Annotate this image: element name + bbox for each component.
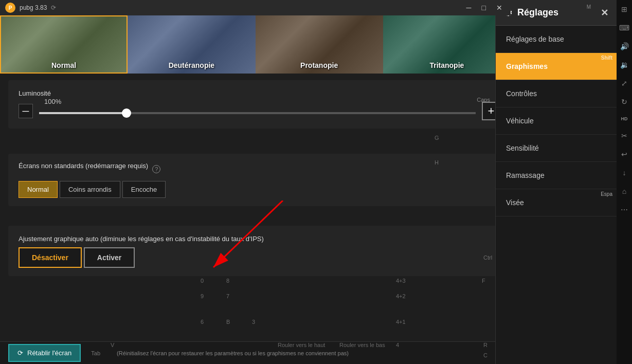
sidebar-item-controles-label: Contrôles (506, 89, 537, 98)
filter-tritanopie-label: Tritanopie (383, 61, 511, 69)
r-key: R (483, 342, 487, 348)
sidebar-item-vehicule[interactable]: Véhicule (496, 107, 617, 135)
activer-btn[interactable]: Activer (84, 247, 135, 268)
sidebar-item-visee[interactable]: Espa Visée (496, 189, 617, 216)
f-key: F (482, 278, 485, 284)
sidebar-item-reglages-base[interactable]: Réglages de base (496, 26, 617, 53)
help-icon[interactable]: ? (152, 165, 160, 173)
auto-adjust-buttons: Désactiver Activer (19, 247, 500, 268)
sidebar-item-controles[interactable]: Contrôles (496, 80, 617, 107)
eight-key: 8 (226, 278, 229, 284)
edge-icon-expand[interactable]: ⤢ (621, 79, 627, 87)
zero-key: 0 (201, 278, 204, 284)
screen-encoche-btn[interactable]: Encoche (122, 181, 166, 198)
brightness-fill (39, 112, 127, 114)
sidebar-item-ramassage[interactable]: Ramassage (496, 162, 617, 189)
sidebar-header: ⚙ Réglages M ✕ (496, 0, 617, 26)
sidebar-item-vehicule-label: Véhicule (506, 117, 534, 125)
minimize-btn[interactable]: ─ (463, 3, 475, 13)
h-key-label: H (435, 159, 439, 166)
sidebar-item-reglages-base-label: Réglages de base (506, 35, 564, 43)
graphismes-shortcut: Shift (601, 55, 612, 61)
edge-icon-more[interactable]: ⋯ (621, 206, 628, 214)
seven-key: 7 (226, 293, 229, 299)
bottom-bar: ⟳ Rétablir l'écran Tab (Réinitialisez l'… (0, 341, 511, 364)
reset-screen-btn[interactable]: ⟳ Rétablir l'écran (8, 344, 81, 362)
filter-tritanopie[interactable]: Tritanopie (383, 15, 511, 74)
edge-icon-undo[interactable]: ↩ (621, 150, 627, 158)
filter-deuteranopie-label: Deutéranopie (128, 61, 255, 69)
auto-adjust-title: Ajustement graphique auto (diminue les r… (19, 235, 264, 243)
v-key: V (111, 342, 114, 348)
four-plus-2-key: 4+2 (396, 293, 406, 299)
tab-key-label: Tab (91, 350, 100, 356)
four-key: 4 (396, 342, 399, 348)
m-shortcut: M (587, 4, 591, 10)
edge-icon-keyboard[interactable]: ⌨ (619, 24, 629, 32)
non-standard-title: Écrans non standards (redémarrage requis… (19, 162, 148, 170)
filter-protanopie-label: Protanopie (256, 61, 383, 69)
edge-icon-download[interactable]: ↓ (623, 169, 626, 177)
sidebar-item-sensibilite-label: Sensibilité (506, 144, 539, 152)
edge-icon-volume2[interactable]: 🔉 (620, 61, 629, 69)
edge-icon-scissors[interactable]: ✂ (621, 132, 627, 140)
brightness-value: 100% (44, 98, 61, 105)
nine-key: 9 (201, 293, 204, 299)
screen-normal-btn[interactable]: Normal (19, 181, 58, 198)
rouler-haut-label: Rouler vers le haut (278, 342, 325, 348)
brightness-thumb[interactable] (122, 108, 131, 118)
four-plus-3-key: 4+3 (396, 278, 406, 284)
filter-normal-bg (0, 15, 128, 74)
sidebar-item-graphismes-label: Graphismes (506, 62, 548, 70)
close-sidebar-btn[interactable]: ✕ (601, 7, 608, 19)
sidebar-title-text: Réglages (517, 7, 558, 18)
b-key: B (226, 319, 230, 325)
color-filters-row: Normal Deutéranopie Protanopie Tritanopi… (0, 15, 511, 74)
edge-icon-rotate[interactable]: ↻ (621, 98, 627, 106)
filter-normal[interactable]: Normal (0, 15, 128, 74)
sidebar-item-sensibilite[interactable]: Sensibilité (496, 135, 617, 162)
edge-icon-hd[interactable]: HD (621, 116, 628, 121)
brightness-minus-btn[interactable]: ─ (19, 104, 33, 118)
sidebar-item-ramassage-label: Ramassage (506, 171, 545, 179)
brightness-slider-container: ─ 100% + (19, 102, 500, 120)
right-edge-panel: ⊞ ⌨ 🔊 🔉 ⤢ ↻ HD ✂ ↩ ↓ ⌂ ⋯ (617, 0, 632, 364)
sync-icon: ⟳ (51, 4, 56, 11)
screen-coins-btn[interactable]: Coins arrondis (60, 181, 120, 198)
rouler-bas-label: Rouler vers le bas (339, 342, 385, 348)
sidebar-item-visee-label: Visée (506, 198, 524, 207)
close-btn[interactable]: ✕ (493, 3, 505, 13)
settings-sidebar: ⚙ Réglages M ✕ Réglages de base Shift Gr… (495, 0, 617, 364)
luminosity-title: Luminosité (19, 89, 51, 97)
three-key: 3 (252, 319, 255, 325)
window-controls: ─ □ ✕ (463, 3, 505, 13)
screen-type-buttons: Normal Coins arrondis Encoche (19, 181, 500, 198)
sidebar-item-graphismes[interactable]: Shift Graphismes (496, 53, 617, 80)
filter-deuteranopie[interactable]: Deutéranopie (128, 15, 255, 74)
edge-icon-home[interactable]: ⌂ (622, 187, 626, 195)
c-key: C (483, 352, 487, 358)
filter-normal-label: Normal (0, 61, 128, 69)
title-bar: P pubg 3.83 ⟳ ─ □ ✕ (0, 0, 511, 15)
six-key: 6 (201, 319, 204, 325)
main-content: P pubg 3.83 ⟳ ─ □ ✕ Normal Deutéranopie … (0, 0, 511, 364)
luminosity-section: Luminosité Caps ─ 100% + (8, 80, 511, 129)
sidebar-nav: Réglages de base Shift Graphismes Contrô… (496, 26, 617, 216)
caps-label: Caps (477, 97, 490, 103)
maximize-btn[interactable]: □ (479, 3, 489, 13)
desactiver-btn[interactable]: Désactiver (19, 247, 82, 268)
edge-icon-volume[interactable]: 🔊 (620, 42, 629, 50)
brightness-track[interactable] (39, 112, 476, 114)
filter-protanopie[interactable]: Protanopie (256, 15, 383, 74)
ctrl-label: Ctrl (483, 254, 492, 261)
reset-icon: ⟳ (17, 349, 23, 357)
auto-adjust-section: Ajustement graphique auto (diminue les r… (8, 226, 511, 276)
reset-label: Rétablir l'écran (27, 349, 71, 357)
four-plus-1-key: 4+1 (396, 319, 406, 325)
reset-description: (Réinitialisez l'écran pour restaurer le… (117, 350, 349, 356)
app-title: pubg 3.83 (20, 4, 47, 11)
g-key-label: G (435, 135, 439, 141)
edge-icon-1[interactable]: ⊞ (621, 5, 627, 13)
app-logo: P (5, 3, 15, 13)
visee-shortcut: Espa (601, 191, 612, 197)
